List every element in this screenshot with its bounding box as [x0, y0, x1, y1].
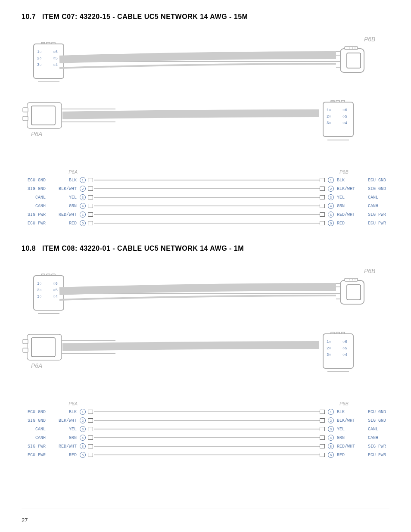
svg-text:○6: ○6: [342, 108, 347, 112]
wire-sq-right: [320, 408, 326, 416]
svg-text:○4: ○4: [342, 353, 347, 357]
wire-num-left: 2: [78, 417, 88, 423]
svg-text:○5: ○5: [53, 56, 58, 61]
svg-text:2○: 2○: [327, 115, 331, 119]
wire-label-left: SIG GND: [22, 187, 47, 191]
wire-color-right: YEL: [336, 427, 367, 432]
section-10-7-title: 10.7 ITEM C07: 43220-15 - CABLE UC5 NETW…: [22, 13, 389, 21]
wire-label-left: CANH: [22, 436, 47, 440]
wire-label-right: SIG GND: [367, 418, 392, 423]
wire-label-right: SIG PWR: [367, 212, 392, 217]
wire-label-left: SIG GND: [22, 418, 47, 423]
wire-num-left: 5: [78, 443, 88, 449]
wire-label-left: SIG PWR: [22, 444, 47, 449]
section-10-7: 10.7 ITEM C07: 43220-15 - CABLE UC5 NETW…: [22, 13, 389, 227]
wire-row: SIG PWR RED/WHT 5 5 RED/WHT SIG PWR: [22, 210, 392, 219]
svg-text:○4: ○4: [342, 121, 347, 125]
svg-rect-24: [31, 106, 55, 125]
svg-text:3○: 3○: [37, 295, 42, 299]
wire-label-right: ECU PWR: [367, 221, 392, 226]
wire-sq-left: [88, 442, 94, 450]
wire-color-right: RED/WHT: [336, 444, 367, 449]
svg-text:○4: ○4: [53, 295, 58, 299]
wire-color-left: GRN: [47, 204, 78, 208]
wire-sq-right: [320, 219, 326, 227]
wire-sq-right: [320, 442, 326, 450]
svg-text:1○: 1○: [327, 108, 331, 112]
wire-label-right: SIG GND: [367, 187, 392, 191]
wire-label-left: ECU GND: [22, 178, 47, 183]
svg-rect-65: [31, 338, 55, 357]
svg-text:○5: ○5: [53, 288, 58, 292]
wire-num-right: 3: [326, 426, 336, 432]
wire-sq-left: [88, 219, 94, 227]
wire-color-right: YEL: [336, 195, 367, 200]
wire-num-right: 2: [326, 417, 336, 423]
svg-text:1○: 1○: [37, 282, 42, 286]
wire-sq-right: [320, 417, 326, 424]
wire-num-left: 3: [78, 194, 88, 200]
wire-label-left: SIG PWR: [22, 212, 47, 217]
svg-text:3○: 3○: [327, 121, 331, 125]
wire-sq-right: [320, 202, 326, 210]
svg-rect-67: [23, 348, 28, 352]
wire-sq-right: [320, 211, 326, 218]
wire-sq-left: [88, 176, 94, 184]
wire-num-right: 4: [326, 203, 336, 209]
wire-label-left: CANL: [22, 427, 47, 432]
wire-row: ECU GND BLK 1 1 BLK ECU GND: [22, 408, 392, 416]
wire-label-left: ECU GND: [22, 410, 47, 414]
wire-color-left: RED: [47, 221, 78, 226]
wire-num-right: 5: [326, 212, 336, 218]
wire-color-left: YEL: [47, 427, 78, 432]
wire-table-10-8: P6A P6B ECU GND BLK 1 1 BLK: [22, 401, 392, 459]
wire-color-right: BLK: [336, 410, 367, 414]
wire-num-left: 4: [78, 203, 88, 209]
wire-color-left: YEL: [47, 195, 78, 200]
svg-rect-46: [347, 285, 361, 300]
svg-text:○6: ○6: [53, 282, 58, 286]
wire-row: CANL YEL 3 3 YEL CANL: [22, 193, 392, 202]
wire-num-right: 3: [326, 194, 336, 200]
svg-text:P6A: P6A: [31, 362, 42, 369]
wire-num-right: 6: [326, 220, 336, 226]
svg-text:P6B: P6B: [364, 36, 375, 43]
wire-color-left: RED/WHT: [47, 444, 78, 449]
svg-rect-34: [323, 102, 353, 137]
wire-label-left: CANH: [22, 204, 47, 208]
wire-num-right: 6: [326, 452, 336, 458]
wire-color-right: RED/WHT: [336, 212, 367, 217]
wire-color-left: BLK: [47, 178, 78, 183]
wire-num-right: 1: [326, 409, 336, 415]
svg-rect-15: [34, 44, 64, 78]
wire-label-right: CANL: [367, 427, 392, 432]
p6a-header-label-2: P6A: [47, 401, 78, 406]
wire-num-left: 6: [78, 220, 88, 226]
wire-color-right: BLK/WHT: [336, 418, 367, 423]
wire-color-left: BLK: [47, 410, 78, 414]
wire-sq-right: [320, 193, 326, 201]
svg-text:1○: 1○: [327, 340, 331, 344]
svg-text:○4: ○4: [53, 63, 58, 67]
wire-sq-right: [320, 425, 326, 433]
p6a-header-label: P6A: [47, 169, 78, 174]
wire-num-right: 5: [326, 443, 336, 449]
wire-color-left: RED: [47, 453, 78, 457]
page-container: 10.7 ITEM C07: 43220-15 - CABLE UC5 NETW…: [0, 0, 411, 532]
wire-sq-left: [88, 202, 94, 210]
wire-row: CANL YEL 3 3 YEL CANL: [22, 425, 392, 433]
svg-text:○5: ○5: [342, 346, 347, 351]
svg-text:○6: ○6: [342, 340, 347, 344]
wire-sq-left: [88, 434, 94, 442]
svg-text:2○: 2○: [327, 346, 331, 351]
svg-text:○6: ○6: [53, 50, 58, 54]
svg-text:3○: 3○: [327, 353, 331, 357]
svg-rect-7: [345, 47, 358, 50]
svg-text:○5: ○5: [342, 115, 347, 119]
wire-label-right: ECU GND: [367, 410, 392, 414]
wire-color-right: BLK/WHT: [336, 187, 367, 191]
wire-label-left: ECU PWR: [22, 453, 47, 457]
diagram-10-8: P6B: [22, 261, 392, 399]
svg-text:P6B: P6B: [364, 268, 375, 274]
wire-sq-right: [320, 451, 326, 459]
